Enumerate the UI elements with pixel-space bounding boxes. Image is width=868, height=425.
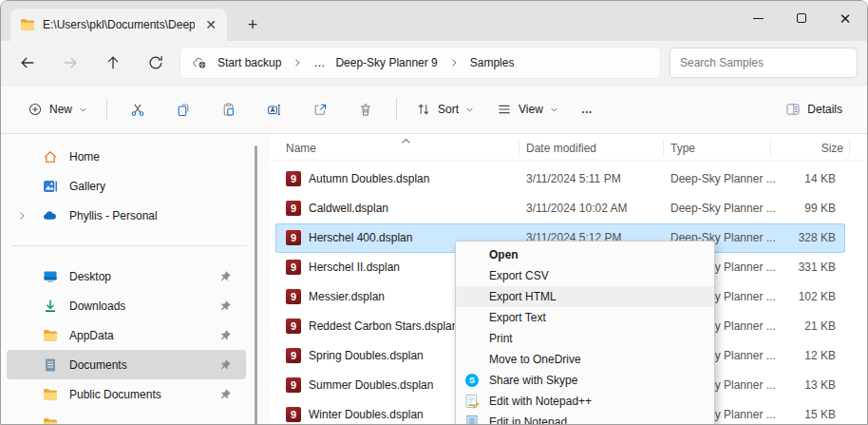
file-name: Reddest Carbon Stars.dsplan bbox=[309, 312, 458, 341]
folder-icon bbox=[20, 17, 35, 32]
folder-icon bbox=[43, 416, 58, 425]
menu-item-open[interactable]: Open bbox=[456, 244, 714, 265]
file-size: 15 KB bbox=[804, 400, 836, 425]
menu-item-export-text[interactable]: Export Text bbox=[456, 307, 714, 328]
sidebar-item-label: Home bbox=[69, 150, 100, 164]
sidebar-item-desktop[interactable]: Desktop bbox=[7, 261, 246, 291]
toolbar-divider bbox=[106, 98, 107, 121]
plus-circle-icon bbox=[28, 102, 43, 117]
sort-button[interactable]: Sort bbox=[406, 92, 483, 126]
details-button[interactable]: Details bbox=[776, 92, 852, 126]
dsplan-file-icon: 9 bbox=[286, 201, 301, 216]
sidebar-item-public-documents[interactable]: Public Documents bbox=[7, 379, 246, 409]
dsplan-file-icon: 9 bbox=[286, 348, 301, 363]
column-header-size[interactable]: Size bbox=[773, 134, 843, 163]
column-separator[interactable] bbox=[519, 139, 519, 157]
notepadpp-icon bbox=[464, 394, 480, 409]
file-size: 21 KB bbox=[804, 312, 836, 341]
view-icon bbox=[497, 102, 512, 117]
new-button[interactable]: New bbox=[18, 92, 97, 126]
menu-item-print[interactable]: Print bbox=[456, 328, 714, 349]
back-button[interactable] bbox=[18, 53, 37, 72]
sidebar-item-downloads[interactable]: Downloads bbox=[7, 291, 246, 320]
cloud-backup-icon bbox=[192, 55, 207, 70]
view-button[interactable]: View bbox=[487, 92, 568, 126]
up-button[interactable] bbox=[104, 53, 123, 72]
file-size: 328 KB bbox=[799, 223, 836, 253]
file-date-modified: 3/11/2024 5:11 PM bbox=[526, 164, 621, 194]
pin-icon bbox=[217, 269, 233, 284]
dsplan-file-icon: 9 bbox=[286, 260, 301, 275]
file-size: 99 KB bbox=[804, 194, 836, 223]
paste-icon bbox=[221, 102, 236, 117]
sidebar-item-gallery[interactable]: Gallery bbox=[7, 171, 246, 201]
search-input[interactable]: Search Samples bbox=[670, 48, 858, 78]
sidebar-item-partial[interactable] bbox=[7, 409, 246, 425]
menu-item-label: Export HTML bbox=[489, 290, 557, 303]
maximize-button[interactable] bbox=[780, 1, 823, 35]
close-icon: ✕ bbox=[840, 11, 852, 26]
column-header-name[interactable]: Name bbox=[286, 134, 316, 163]
menu-item-move-to-onedrive[interactable]: Move to OneDrive bbox=[456, 349, 714, 370]
column-separator[interactable] bbox=[663, 139, 664, 157]
copy-button[interactable] bbox=[162, 92, 204, 126]
column-header-type[interactable]: Type bbox=[670, 134, 695, 163]
cut-button[interactable] bbox=[117, 92, 159, 126]
breadcrumb-item-parent[interactable]: Deep-Sky Planner 9 bbox=[335, 56, 437, 69]
menu-item-label: Move to OneDrive bbox=[489, 353, 581, 366]
tab-bar: E:\Users\pkl\Documents\Deep ✕ + ✕ bbox=[1, 1, 867, 41]
paste-button[interactable] bbox=[208, 92, 250, 126]
menu-item-share-with-skype[interactable]: SShare with Skype bbox=[456, 370, 714, 391]
refresh-button[interactable] bbox=[146, 53, 165, 72]
menu-item-label: Share with Skype bbox=[489, 374, 577, 387]
dsplan-file-icon: 9 bbox=[286, 319, 301, 334]
menu-item-edit-with-notepad[interactable]: Edit with Notepad++ bbox=[456, 391, 714, 412]
rename-icon: A bbox=[267, 102, 282, 117]
sidebar-item-phyllis-personal[interactable]: Phyllis - Personal bbox=[7, 201, 246, 230]
file-row[interactable]: 9Autumn Doubles.dsplan3/11/2024 5:11 PMD… bbox=[275, 164, 845, 194]
navigation-buttons bbox=[18, 53, 165, 72]
close-button[interactable]: ✕ bbox=[823, 1, 867, 35]
sidebar-divider bbox=[12, 245, 247, 246]
new-tab-button[interactable]: + bbox=[240, 12, 265, 37]
sidebar-item-appdata[interactable]: AppData bbox=[7, 320, 246, 350]
start-backup-button[interactable]: Start backup bbox=[217, 56, 281, 69]
forward-button[interactable] bbox=[61, 53, 80, 72]
menu-item-export-html[interactable]: Export HTML bbox=[456, 286, 714, 307]
delete-button[interactable] bbox=[345, 92, 387, 126]
menu-item-label: Print bbox=[489, 332, 513, 345]
minimize-button[interactable] bbox=[736, 1, 780, 35]
view-button-label: View bbox=[519, 103, 543, 116]
column-header-date-modified[interactable]: Date modified bbox=[526, 134, 596, 163]
sidebar-item-documents[interactable]: Documents bbox=[7, 350, 246, 379]
breadcrumb-overflow-button[interactable]: … bbox=[313, 56, 325, 69]
sidebar-item-home[interactable]: Home bbox=[7, 142, 246, 171]
sidebar-scrollbar[interactable] bbox=[255, 145, 257, 425]
breadcrumb-item-current[interactable]: Samples bbox=[470, 56, 515, 69]
file-type: Deep-Sky Planner ... bbox=[670, 164, 776, 194]
explorer-tab[interactable]: E:\Users\pkl\Documents\Deep ✕ bbox=[10, 9, 227, 41]
tab-close-icon[interactable]: ✕ bbox=[202, 16, 219, 33]
more-options-button[interactable]: … bbox=[572, 92, 604, 126]
sidebar-item-label: Public Documents bbox=[69, 388, 161, 401]
share-button[interactable] bbox=[299, 92, 341, 126]
rename-button[interactable]: A bbox=[254, 92, 295, 126]
copy-icon bbox=[176, 102, 191, 117]
file-name: Winter Doubles.dsplan bbox=[309, 400, 424, 425]
menu-item-label: Edit in Notepad bbox=[489, 415, 567, 425]
column-separator[interactable] bbox=[849, 139, 850, 157]
sidebar-list: HomeGalleryPhyllis - PersonalDesktopDown… bbox=[1, 142, 270, 425]
sidebar-item-label: Desktop bbox=[69, 270, 111, 283]
folder-icon bbox=[43, 328, 58, 343]
dsplan-file-icon: 9 bbox=[286, 407, 301, 422]
file-size: 13 KB bbox=[804, 371, 836, 400]
column-separator[interactable] bbox=[770, 139, 771, 157]
chevron-right-icon bbox=[448, 57, 460, 68]
file-name: Messier.dsplan bbox=[309, 282, 385, 312]
menu-item-export-csv[interactable]: Export CSV bbox=[456, 265, 714, 286]
menu-item-edit-in-notepad[interactable]: Edit in Notepad bbox=[456, 412, 714, 425]
pin-icon bbox=[217, 357, 233, 373]
pin-icon bbox=[217, 328, 233, 343]
sidebar-item-label: Downloads bbox=[69, 299, 125, 313]
file-row[interactable]: 9Caldwell.dsplan3/11/2024 10:02 AMDeep-S… bbox=[275, 194, 845, 223]
